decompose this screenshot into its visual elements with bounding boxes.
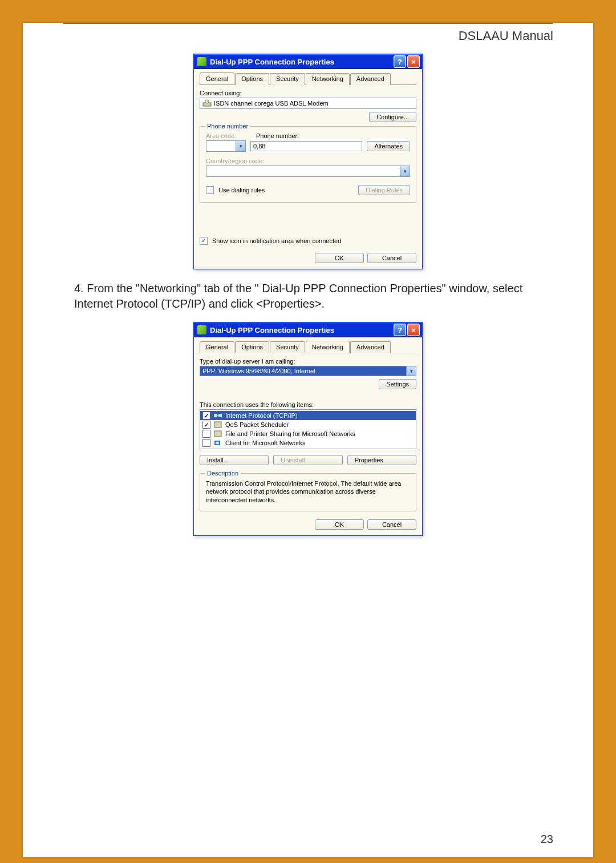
list-item[interactable]: Client for Microsoft Networks [200, 438, 416, 447]
tab-security[interactable]: Security [270, 73, 305, 85]
settings-button[interactable]: Settings [379, 379, 416, 389]
tab-general[interactable]: General [200, 72, 234, 84]
tab-strip: General Options Security Networking Adva… [200, 72, 416, 85]
app-icon [197, 57, 206, 66]
window-title: Dial-Up PPP Connection Properties [210, 58, 392, 66]
service-icon [213, 421, 222, 429]
help-button[interactable]: ? [394, 324, 406, 336]
list-item[interactable]: Internet Protocol (TCP/IP) [200, 411, 416, 420]
client-icon [213, 439, 222, 447]
app-icon [197, 325, 206, 334]
configure-button[interactable]: Configure... [369, 112, 416, 122]
service-icon [213, 430, 222, 438]
chevron-down-icon: ▾ [236, 140, 246, 152]
checkbox-icon[interactable] [202, 421, 210, 429]
phone-number-group: Phone number Area code: Phone number: ▾ … [200, 126, 416, 203]
tab-networking[interactable]: Networking [306, 73, 350, 85]
checkbox-icon[interactable] [202, 430, 210, 438]
description-text: Transmission Control Protocol/Internet P… [206, 479, 410, 504]
header-rule [63, 23, 553, 24]
properties-dialog-networking: Dial-Up PPP Connection Properties ? × Ge… [193, 322, 423, 536]
phone-number-input[interactable]: 0,88 [250, 141, 362, 151]
properties-dialog-general: Dial-Up PPP Connection Properties ? × Ge… [193, 54, 423, 269]
alternates-button[interactable]: Alternates [367, 141, 410, 151]
checkbox-icon: ✓ [200, 237, 208, 245]
tab-general[interactable]: General [200, 341, 234, 353]
svg-rect-4 [214, 422, 221, 428]
area-code-input [206, 140, 236, 152]
uninstall-button: Uninstall [273, 455, 342, 465]
tab-options[interactable]: Options [235, 73, 269, 85]
svg-rect-2 [214, 414, 217, 417]
svg-rect-3 [218, 414, 222, 417]
checkbox-icon[interactable] [202, 412, 210, 420]
properties-button[interactable]: Properties [347, 455, 416, 465]
tab-options[interactable]: Options [235, 341, 269, 353]
install-button[interactable]: Install... [200, 455, 269, 465]
components-list[interactable]: Internet Protocol (TCP/IP) QoS Packet Sc… [200, 409, 416, 449]
ok-button[interactable]: OK [315, 519, 364, 530]
connect-using-label: Connect using: [200, 90, 416, 96]
close-button[interactable]: × [407, 324, 420, 336]
country-combo [206, 166, 400, 177]
modem-icon [202, 99, 212, 107]
server-type-combo[interactable]: PPP: Windows 95/98/NT4/2000, Internet ▾ [200, 366, 416, 376]
ok-button[interactable]: OK [315, 253, 364, 263]
connect-using-field[interactable]: ISDN channel corega USB ADSL Modem [200, 98, 416, 109]
svg-rect-5 [214, 431, 221, 437]
use-dialing-rules-checkbox[interactable]: Use dialing rules [206, 186, 265, 194]
window-title: Dial-Up PPP Connection Properties [210, 326, 392, 334]
area-code-label: Area code: [206, 132, 252, 139]
close-button[interactable]: × [407, 55, 420, 68]
chevron-down-icon: ▾ [400, 166, 410, 177]
phone-group-legend: Phone number [205, 123, 250, 130]
dialing-rules-button: Dialing Rules [358, 185, 410, 195]
list-item[interactable]: File and Printer Sharing for Microsoft N… [200, 429, 416, 438]
tab-advanced[interactable]: Advanced [350, 341, 391, 353]
page-number: 23 [541, 833, 553, 846]
instruction-step-4: 4. From the "Networking" tab of the " Di… [74, 281, 548, 312]
svg-point-1 [205, 100, 209, 103]
doc-title: DSLAAU Manual [23, 29, 553, 43]
tab-strip: General Options Security Networking Adva… [200, 341, 416, 353]
titlebar[interactable]: Dial-Up PPP Connection Properties ? × [194, 322, 422, 337]
phone-number-label: Phone number: [256, 132, 299, 139]
cancel-button[interactable]: Cancel [367, 253, 416, 263]
country-label: Country/region code: [206, 158, 410, 164]
titlebar[interactable]: Dial-Up PPP Connection Properties ? × [194, 54, 422, 69]
description-group: Description Transmission Control Protoco… [200, 473, 416, 511]
show-icon-checkbox[interactable]: ✓ Show icon in notification area when co… [200, 237, 416, 245]
manual-page: DSLAAU Manual Dial-Up PPP Connection Pro… [23, 23, 593, 857]
tab-security[interactable]: Security [270, 341, 305, 353]
description-legend: Description [205, 470, 241, 477]
protocol-icon [213, 412, 222, 420]
tab-advanced[interactable]: Advanced [350, 73, 391, 85]
checkbox-icon [206, 186, 214, 194]
cancel-button[interactable]: Cancel [367, 519, 416, 530]
help-button[interactable]: ? [394, 55, 406, 68]
list-item[interactable]: QoS Packet Scheduler [200, 420, 416, 429]
svg-rect-7 [216, 442, 219, 444]
chevron-down-icon[interactable]: ▾ [407, 366, 416, 376]
tab-networking[interactable]: Networking [306, 341, 350, 353]
server-type-label: Type of dial-up server I am calling: [200, 358, 416, 365]
items-label: This connection uses the following items… [200, 401, 416, 408]
checkbox-icon[interactable] [202, 439, 210, 447]
